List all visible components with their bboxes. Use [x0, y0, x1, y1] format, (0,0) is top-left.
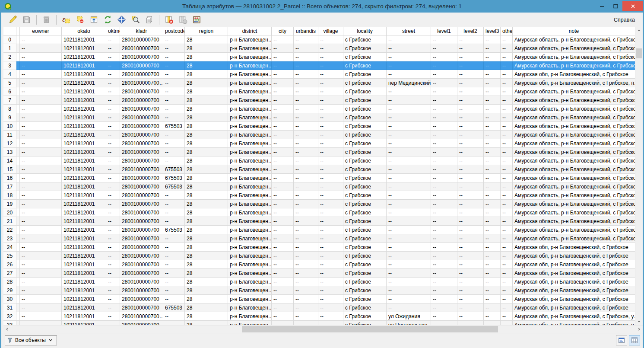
cell-district[interactable]: р-н Благовещен…	[228, 70, 272, 79]
cell-kladr[interactable]: 2800100000700	[120, 243, 163, 252]
cell-okato[interactable]: 10211812001	[62, 174, 106, 182]
row-number[interactable]: 23	[3, 234, 16, 243]
cell-urbandis[interactable]: --	[294, 174, 318, 182]
cell-postcode[interactable]: --	[163, 87, 185, 96]
row-number[interactable]: 14	[3, 156, 16, 165]
cell-level3[interactable]: --	[484, 303, 501, 312]
cell-postcode[interactable]: --	[163, 243, 185, 252]
cell-postcode[interactable]: --	[163, 208, 185, 217]
cell-other[interactable]: --	[501, 260, 513, 269]
cell-level1[interactable]: --	[431, 148, 457, 156]
column-header-urbandis[interactable]: urbandis	[294, 27, 318, 35]
cell-street[interactable]: --	[387, 226, 431, 234]
cell-postcode[interactable]: 675503	[163, 165, 185, 174]
row-number[interactable]: 32	[3, 312, 16, 321]
cell-kladr[interactable]: 2800100000700	[120, 278, 163, 286]
cell-okato[interactable]: 10211812001	[62, 35, 106, 44]
cell-village[interactable]: --	[318, 260, 343, 269]
cell-district[interactable]: р-н Благовещен…	[228, 156, 272, 165]
cell-village[interactable]: --	[318, 44, 343, 53]
cell-postcode[interactable]: 675503	[163, 174, 185, 182]
cell-street[interactable]: --	[387, 35, 431, 44]
cell-level2[interactable]: --	[457, 260, 484, 269]
cell-locality[interactable]: с Грибское	[343, 96, 387, 105]
cell-level3[interactable]: --	[484, 278, 501, 286]
cell-village[interactable]: --	[318, 35, 343, 44]
cell-oktmo[interactable]: --	[106, 260, 120, 269]
cell-region[interactable]: 28	[185, 286, 228, 295]
scroll-right-button[interactable]	[635, 326, 643, 333]
cell-level1[interactable]: --	[431, 312, 457, 321]
cell-eowner[interactable]: --	[20, 165, 62, 174]
cell-street[interactable]: --	[387, 156, 431, 165]
cell-urbandis[interactable]: --	[294, 321, 318, 325]
cell-street[interactable]: --	[387, 295, 431, 303]
cell-okato[interactable]: 10211812001	[62, 96, 106, 105]
cell-oktmo[interactable]: --	[106, 191, 120, 200]
cell-other[interactable]: --	[501, 174, 513, 182]
minimize-button[interactable]	[595, 1, 609, 11]
cell-street[interactable]: --	[387, 303, 431, 312]
vertical-scroll-thumb[interactable]	[636, 48, 642, 58]
cell-okato[interactable]: 10211812001	[62, 260, 106, 269]
cell-level2[interactable]: --	[457, 191, 484, 200]
cell-urbandis[interactable]: --	[294, 278, 318, 286]
cell-locality[interactable]: с Грибское	[343, 260, 387, 269]
scroll-left-button[interactable]	[3, 326, 11, 333]
feature-filter-button[interactable]: Все объекты	[5, 335, 57, 345]
cell-level3[interactable]: --	[484, 148, 501, 156]
cell-postcode[interactable]: --	[163, 148, 185, 156]
cell-note[interactable]: Амурская область, р-н Благовещенский, с …	[513, 53, 635, 61]
cell-note[interactable]: Амурская область, р-н Благовещенский, с …	[513, 35, 635, 44]
cell-postcode[interactable]: --	[163, 200, 185, 208]
cell-city[interactable]: --	[272, 295, 294, 303]
cell-city[interactable]: --	[272, 96, 294, 105]
cell-district[interactable]: р-н Благовещен…	[228, 35, 272, 44]
cell-city[interactable]: --	[272, 35, 294, 44]
cell-locality[interactable]: с Грибское	[343, 278, 387, 286]
cell-postcode[interactable]: --	[163, 105, 185, 113]
cell-city[interactable]: --	[272, 226, 294, 234]
row-number[interactable]: 4	[3, 70, 16, 79]
cell-locality[interactable]: с Грибское	[343, 217, 387, 226]
cell-urbandis[interactable]: --	[294, 182, 318, 191]
cell-level2[interactable]: --	[457, 113, 484, 122]
cell-okato[interactable]: 10211812001	[62, 208, 106, 217]
cell-village[interactable]: --	[318, 174, 343, 182]
cell-level2[interactable]: --	[457, 139, 484, 148]
cell-kladr[interactable]: 2800100000700	[120, 200, 163, 208]
cell-eowner[interactable]: --	[20, 122, 62, 131]
cell-locality[interactable]: с Грибское	[343, 234, 387, 243]
cell-urbandis[interactable]: --	[294, 96, 318, 105]
cell-locality[interactable]: с Грибское	[343, 148, 387, 156]
column-header-kladr[interactable]: kladr	[120, 27, 163, 35]
cell-c0[interactable]	[16, 312, 20, 321]
cell-street[interactable]: --	[387, 234, 431, 243]
cell-village[interactable]: --	[318, 321, 343, 325]
cell-level1[interactable]: --	[431, 174, 457, 182]
cell-c0[interactable]	[16, 79, 20, 87]
cell-urbandis[interactable]: --	[294, 252, 318, 260]
cell-level1[interactable]: --	[431, 35, 457, 44]
cell-postcode[interactable]: 675503	[163, 182, 185, 191]
cell-level3[interactable]: --	[484, 131, 501, 139]
cell-region[interactable]: 28	[185, 96, 228, 105]
cell-locality[interactable]: с Грибское	[343, 243, 387, 252]
cell-level1[interactable]: --	[431, 234, 457, 243]
cell-locality[interactable]: с Грибское	[343, 252, 387, 260]
row-number[interactable]: 28	[3, 278, 16, 286]
cell-postcode[interactable]: --	[163, 79, 185, 87]
cell-kladr[interactable]: 2800100000700	[120, 139, 163, 148]
column-header-postcode[interactable]: postcode	[163, 27, 185, 35]
cell-locality[interactable]: с Грибское	[343, 174, 387, 182]
cell-street[interactable]: --	[387, 148, 431, 156]
cell-oktmo[interactable]: --	[106, 278, 120, 286]
cell-level1[interactable]: --	[431, 191, 457, 200]
cell-note[interactable]: Амурская область, р-н Благовещенский, с …	[513, 217, 635, 226]
cell-level2[interactable]: --	[457, 61, 484, 70]
cell-district[interactable]: р-н Благовещен…	[228, 226, 272, 234]
cell-level3[interactable]: --	[484, 139, 501, 148]
cell-level3[interactable]: --	[484, 312, 501, 321]
cell-locality[interactable]: с Грибское	[343, 182, 387, 191]
cell-urbandis[interactable]: --	[294, 79, 318, 87]
